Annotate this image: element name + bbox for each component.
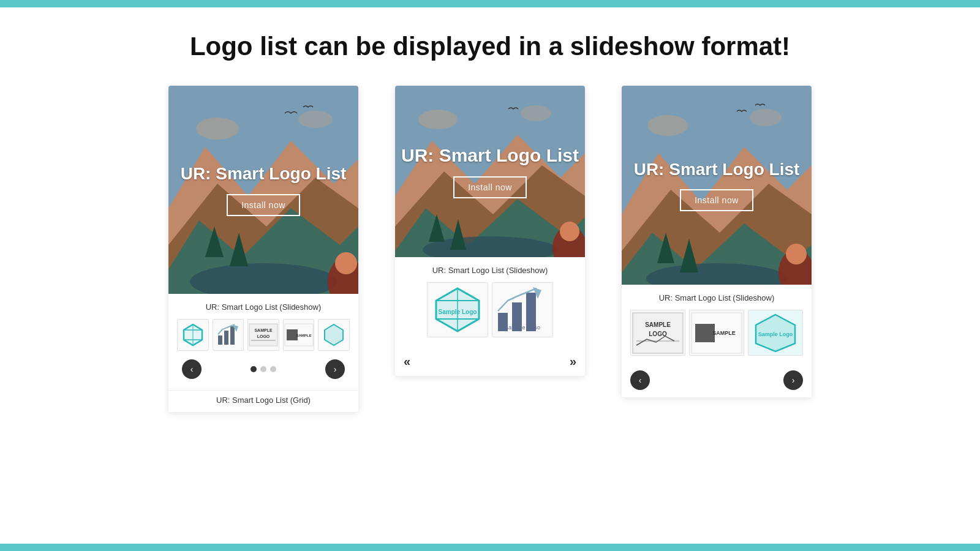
hex-logo-right-svg: Sample Logo: [749, 312, 802, 354]
card-right-hero: UR: Smart Logo List Install now: [622, 86, 812, 285]
dot-3: [270, 366, 276, 372]
svg-text:Sample Logo: Sample Logo: [758, 331, 793, 337]
logo-thumb-3: SAMPLE LOGO: [247, 319, 279, 351]
logo-right-thumb-1: SAMPLE LOGO: [630, 310, 685, 356]
svg-point-8: [335, 252, 357, 274]
top-bar: [0, 0, 980, 7]
card-right-logo-strip: SAMPLE LOGO SAMPLE: [630, 310, 803, 356]
card-right-slideshow-label: UR: Smart Logo List (Slideshow): [630, 293, 803, 302]
card-center: UR: Smart Logo List Install now UR: Smar…: [395, 86, 585, 376]
svg-text:SAMPLE: SAMPLE: [296, 334, 311, 337]
card-center-slideshow-label: UR: Smart Logo List (Slideshow): [404, 266, 576, 275]
svg-point-56: [647, 115, 688, 136]
logo-center-thumb-2: SaMpLe LoGo: [492, 282, 553, 337]
card-right-app-title: UR: Smart Logo List: [634, 159, 800, 180]
sample-logo-svg-2: SAMPLE: [284, 323, 314, 347]
card-left: UR: Smart Logo List Install now UR: Smar…: [168, 86, 358, 412]
card-center-body: UR: Smart Logo List (Slideshow) Sample L…: [395, 257, 585, 350]
logo-thumb-2: [213, 319, 244, 351]
svg-text:Sample Logo: Sample Logo: [439, 309, 477, 315]
card-left-prev-arrow[interactable]: ‹: [182, 359, 202, 379]
card-center-hero-overlay: UR: Smart Logo List Install now: [401, 144, 579, 198]
card-left-body: UR: Smart Logo List (Slideshow): [168, 294, 358, 390]
page-title: Logo list can be displayed in a slidesho…: [190, 32, 790, 61]
card-left-grid-label: UR: Smart Logo List (Grid): [168, 390, 358, 412]
svg-rect-17: [224, 331, 228, 345]
card-right-hero-bg: UR: Smart Logo List Install now: [622, 86, 812, 285]
hex-logo-svg-1: [181, 323, 205, 347]
logo-thumb-5: [318, 319, 350, 351]
sample-logo-svg-1: SAMPLE LOGO: [249, 323, 278, 347]
card-center-logo-strip: Sample Logo SaMpLe LoGo: [404, 282, 576, 337]
sample-logo-box-svg: SAMPLE LOGO: [631, 312, 684, 354]
svg-rect-16: [218, 335, 222, 345]
card-left-hero: UR: Smart Logo List Install now: [168, 86, 358, 294]
card-center-nav: « »: [395, 350, 585, 376]
svg-point-57: [750, 109, 782, 126]
hex-logo-svg-2: [322, 323, 346, 347]
bar-logo-large-svg: SaMpLe LoGo: [495, 285, 550, 334]
svg-text:SAMPLE: SAMPLE: [712, 330, 736, 336]
card-left-install-button[interactable]: Install now: [227, 194, 300, 216]
svg-text:SAMPLE: SAMPLE: [645, 321, 671, 328]
svg-marker-27: [325, 324, 343, 345]
card-center-hero-bg: UR: Smart Logo List Install now: [395, 86, 585, 257]
logo-right-thumb-2: SAMPLE: [689, 310, 744, 356]
logo-thumb-1: [177, 319, 209, 351]
bar-logo-svg: [216, 323, 239, 347]
card-right: UR: Smart Logo List Install now UR: Smar…: [622, 86, 812, 397]
svg-point-59: [786, 244, 807, 264]
dot-1: [251, 366, 257, 372]
svg-point-34: [418, 110, 458, 129]
card-center-install-button[interactable]: Install now: [453, 176, 527, 198]
bottom-bar: [0, 544, 980, 551]
svg-point-5: [196, 118, 239, 140]
svg-point-35: [521, 105, 551, 121]
logo-thumb-4: SAMPLE: [283, 319, 315, 351]
card-left-hero-bg: UR: Smart Logo List Install now: [168, 86, 358, 294]
svg-text:SAMPLE: SAMPLE: [254, 328, 273, 332]
sample-text-svg: SAMPLE: [690, 312, 743, 354]
card-center-hero: UR: Smart Logo List Install now: [395, 86, 585, 257]
card-left-logo-strip: SAMPLE LOGO SAMPLE: [177, 319, 350, 351]
svg-rect-18: [230, 326, 235, 345]
card-left-next-arrow[interactable]: ›: [325, 359, 345, 379]
card-left-nav: ‹ ›: [177, 357, 350, 384]
card-right-prev-arrow[interactable]: ‹: [630, 370, 650, 390]
card-left-hero-overlay: UR: Smart Logo List Install now: [181, 163, 347, 216]
svg-rect-67: [695, 324, 715, 342]
main-content: Logo list can be displayed in a slidesho…: [0, 7, 980, 544]
card-right-next-arrow[interactable]: ›: [783, 370, 803, 390]
card-right-install-button[interactable]: Install now: [680, 189, 753, 211]
svg-text:SaMpLe LoGo: SaMpLe LoGo: [505, 324, 540, 331]
card-left-slideshow-label: UR: Smart Logo List (Slideshow): [177, 302, 350, 312]
svg-point-6: [298, 111, 333, 128]
card-right-nav: ‹ ›: [622, 368, 812, 397]
logo-center-thumb-1: Sample Logo: [427, 282, 488, 337]
svg-point-37: [560, 222, 579, 241]
logo-right-thumb-3: Sample Logo: [748, 310, 803, 356]
card-right-body: UR: Smart Logo List (Slideshow) SAMPLE L…: [622, 285, 812, 368]
card-center-next-arrow[interactable]: »: [570, 354, 576, 369]
dot-2: [260, 366, 266, 372]
card-right-hero-overlay: UR: Smart Logo List Install now: [634, 159, 800, 212]
card-left-dots: [251, 366, 276, 372]
card-left-app-title: UR: Smart Logo List: [181, 163, 347, 184]
svg-text:LOGO: LOGO: [257, 334, 270, 339]
card-center-prev-arrow[interactable]: «: [404, 354, 410, 369]
hex-logo-large-svg: Sample Logo: [430, 285, 485, 334]
cards-row: UR: Smart Logo List Install now UR: Smar…: [168, 86, 812, 412]
card-center-app-title: UR: Smart Logo List: [401, 144, 579, 167]
